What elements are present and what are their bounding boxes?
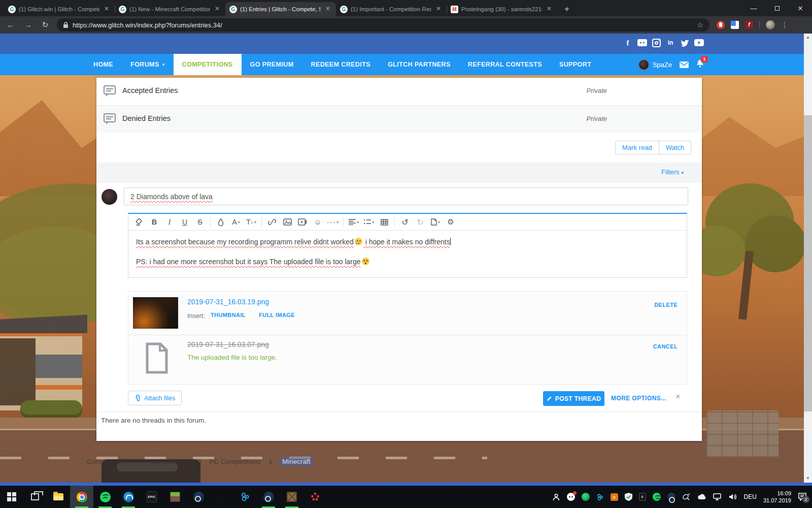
more-options-button[interactable]: MORE OPTIONS... [611, 395, 666, 402]
attachment-thumbnail[interactable] [133, 297, 178, 329]
tab-close-icon[interactable]: ✕ [545, 5, 553, 13]
minimize-button[interactable]: — [742, 0, 765, 16]
restore-button[interactable] [765, 0, 789, 16]
tab-close-icon[interactable]: ✕ [213, 5, 221, 13]
text-color-icon[interactable] [214, 215, 227, 229]
onedrive-cloud-tray-icon[interactable] [697, 494, 706, 500]
bookmark-star-icon[interactable]: ☆ [697, 21, 703, 29]
translate-extension-icon[interactable] [731, 21, 739, 29]
keyboard-language-label[interactable]: DEU [744, 493, 757, 500]
tab-close-icon[interactable]: ✕ [324, 5, 332, 13]
user-avatar[interactable] [638, 59, 649, 70]
delete-attachment-button[interactable]: DELETE [654, 302, 678, 308]
close-window-button[interactable]: ✕ [789, 0, 812, 16]
remove-formatting-icon[interactable] [132, 215, 146, 229]
font-size-icon[interactable]: T↕▾ [245, 215, 258, 229]
nav-item-go-premium[interactable]: GO PREMIUM [242, 54, 302, 75]
crate-app-taskbar-button[interactable] [280, 486, 303, 508]
attachment-filename-link[interactable]: 2019-07-31_16.03.19.png [187, 298, 269, 306]
forum-row-denied-entries[interactable]: Denied Entries Private [96, 105, 702, 133]
drafts-icon[interactable]: ▾ [429, 215, 442, 229]
browser-tab-4[interactable]: G (1) Important - Competition Requ ✕ [336, 2, 447, 16]
discord-icon[interactable] [637, 38, 647, 48]
nav-item-glitch-partners[interactable]: GLITCH PARTNERS [379, 54, 459, 75]
discord-tray-icon[interactable] [567, 493, 575, 501]
epic-games-taskbar-button[interactable]: EPIC [140, 486, 163, 508]
cancel-upload-button[interactable]: CANCEL [653, 343, 678, 350]
defender-shield-tray-icon[interactable] [625, 493, 632, 501]
browser-tab-3-active[interactable]: G (1) Entries | Glitch - Compete, Sha ✕ [225, 2, 336, 16]
steam-tray-icon[interactable] [667, 493, 675, 501]
nav-item-redeem-credits[interactable]: REDEEM CREDITS [302, 54, 379, 75]
instagram-icon[interactable] [651, 38, 661, 48]
reload-button[interactable]: ↻ [39, 18, 52, 31]
image-icon[interactable] [281, 215, 294, 229]
undo-icon[interactable]: ↺ [398, 215, 412, 229]
people-tray-icon[interactable] [552, 493, 560, 501]
chrome-taskbar-button[interactable] [70, 486, 93, 508]
epic-tray-icon[interactable]: E [639, 493, 646, 501]
task-view-button[interactable] [23, 486, 47, 508]
watch-button[interactable]: Watch [659, 141, 691, 154]
file-explorer-button[interactable] [47, 486, 70, 508]
filters-button[interactable]: Filters▾ [661, 168, 684, 176]
scroll-down-arrow[interactable]: ▼ [804, 474, 812, 483]
emoji-smilie-icon[interactable]: ☺ [311, 215, 324, 229]
curse-tray-icon[interactable] [596, 493, 604, 501]
back-button[interactable]: ← [4, 18, 17, 31]
insert-thumbnail-button[interactable]: THUMBNAIL [211, 312, 246, 318]
red-dots-app-taskbar-button[interactable] [303, 486, 327, 508]
underline-icon[interactable]: U [178, 215, 191, 229]
messages-envelope-icon[interactable] [680, 61, 689, 68]
browser-tab-5[interactable]: M Posteingang (30) - sarends2210 ✕ [447, 2, 557, 16]
nav-item-support[interactable]: SUPPORT [551, 54, 600, 75]
nav-item-competitions-active[interactable]: COMPETITIONS [174, 54, 242, 75]
flash-extension-icon[interactable]: f [745, 21, 753, 29]
mark-read-button[interactable]: Mark read [615, 141, 659, 154]
scroll-up-arrow[interactable]: ▲ [804, 34, 812, 42]
username-label[interactable]: SpaZe [653, 61, 672, 69]
forum-title[interactable]: Accepted Entries [122, 86, 178, 94]
more-tools-icon[interactable]: ···▾ [326, 215, 340, 229]
url-bar[interactable]: https://www.glitch.win/index.php?forums/… [57, 18, 709, 31]
bold-icon[interactable]: B [148, 215, 161, 229]
scrollbar-thumb[interactable] [804, 115, 812, 411]
italic-icon[interactable]: I [163, 215, 176, 229]
linkedin-icon[interactable]: in [665, 38, 675, 48]
close-composer-icon[interactable]: × [675, 392, 680, 401]
chrome-menu-icon[interactable]: ⋮ [781, 21, 788, 29]
align-icon[interactable]: ▾ [347, 215, 360, 229]
new-tab-button[interactable]: + [560, 3, 573, 16]
rich-text-editor[interactable]: B I U S A▾ T↕▾ ☺ ···▾ ▾ ▾ [128, 213, 687, 278]
twitter-icon[interactable] [680, 38, 690, 48]
network-display-tray-icon[interactable] [713, 493, 722, 500]
satellite-dish-tray-icon[interactable] [682, 493, 691, 501]
youtube-icon[interactable] [694, 38, 704, 48]
font-family-icon[interactable]: A▾ [229, 215, 243, 229]
nav-item-referral-contests[interactable]: REFERRAL CONTESTS [459, 54, 551, 75]
forum-title[interactable]: Denied Entries [122, 114, 171, 122]
breadcrumb-item-current[interactable]: Minecraft [280, 457, 313, 466]
tab-close-icon[interactable]: ✕ [103, 5, 111, 13]
list-icon[interactable]: ▾ [362, 215, 376, 229]
nav-item-forums[interactable]: FORUMS▾ [122, 54, 174, 75]
teamspeak-taskbar-button[interactable] [117, 486, 140, 508]
start-button[interactable] [0, 486, 23, 508]
java-tray-icon[interactable]: ≈ [611, 493, 618, 501]
notifications-bell[interactable]: 1 [696, 59, 704, 70]
editor-settings-gear-icon[interactable]: ⚙ [444, 215, 457, 229]
forward-button[interactable]: → [21, 18, 35, 31]
curse-taskbar-button[interactable] [233, 486, 257, 508]
browser-tab-1[interactable]: G (1) Glitch.win | Glitch - Compete, ✕ [4, 2, 115, 16]
page-scrollbar[interactable]: ▲ ▼ [804, 34, 812, 483]
editor-body[interactable]: Its a screenshot because my recording pr… [128, 231, 687, 267]
action-center-button[interactable]: 2 [798, 493, 807, 501]
minecraft-taskbar-button[interactable] [163, 486, 187, 508]
breadcrumb-item[interactable]: Competitions [151, 458, 191, 465]
spotify-tray-icon[interactable] [653, 493, 661, 501]
adblock-extension-icon[interactable] [717, 21, 725, 29]
spotify-taskbar-button[interactable] [93, 486, 117, 508]
steam-taskbar-button[interactable] [187, 486, 210, 508]
media-icon[interactable] [296, 215, 309, 229]
breadcrumb-item[interactable]: Competitions▾ [87, 458, 131, 465]
